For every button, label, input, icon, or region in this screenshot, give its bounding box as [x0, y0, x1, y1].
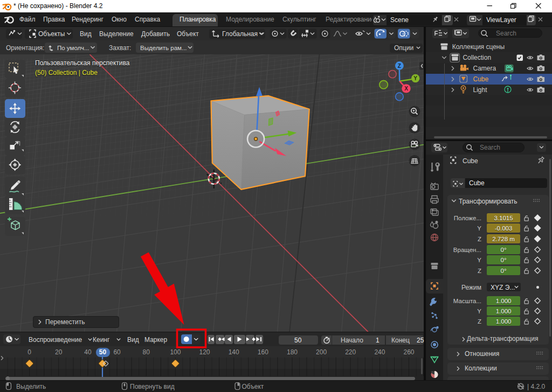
svg-text:X: X — [404, 86, 408, 92]
svg-text:Z: Z — [398, 63, 401, 69]
svg-text:Y: Y — [413, 75, 417, 81]
